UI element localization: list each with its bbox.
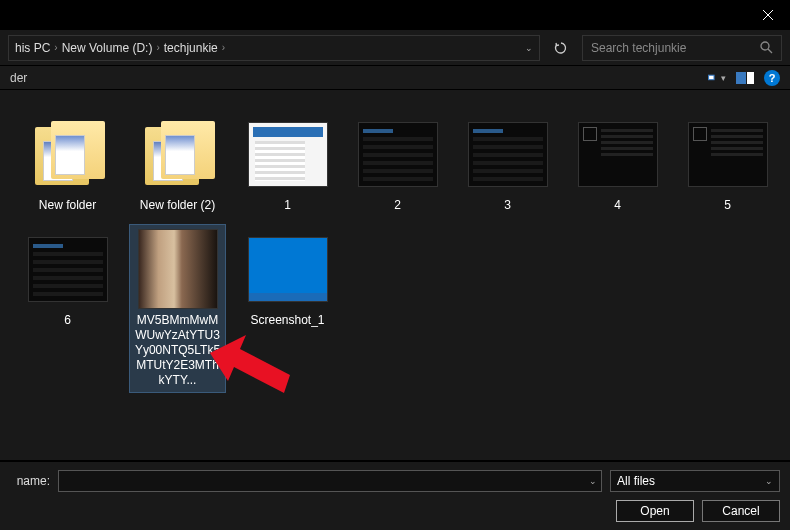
- image-item[interactable]: 5: [680, 110, 775, 217]
- svg-rect-4: [747, 72, 754, 84]
- chevron-down-icon: ▾: [721, 73, 726, 83]
- item-label: Screenshot_1: [250, 313, 324, 328]
- image-thumbnail: [138, 229, 218, 309]
- image-item[interactable]: MV5BMmMwMWUwYzAtYTU3Yy00NTQ5LTk5MTUtY2E3…: [130, 225, 225, 392]
- folder-item[interactable]: New folder (2): [130, 110, 225, 217]
- search-input[interactable]: Search techjunkie: [582, 35, 782, 61]
- chevron-right-icon: ›: [222, 42, 225, 53]
- folder-icon: [29, 119, 107, 189]
- file-list: New folder New folder (2) 1 2 3 4 5 6 MV…: [0, 90, 790, 460]
- filename-input[interactable]: ⌄: [58, 470, 602, 492]
- breadcrumb-part[interactable]: his PC: [15, 41, 50, 55]
- filetype-value: All files: [617, 474, 655, 488]
- chevron-down-icon[interactable]: ⌄: [525, 43, 533, 53]
- chevron-right-icon: ›: [156, 42, 159, 53]
- folder-item[interactable]: New folder: [20, 110, 115, 217]
- item-label: MV5BMmMwMWUwYzAtYTU3Yy00NTQ5LTk5MTUtY2E3…: [134, 313, 221, 388]
- search-icon: [760, 41, 773, 54]
- help-icon: ?: [769, 72, 776, 84]
- item-label: 2: [394, 198, 401, 213]
- image-thumbnail: [248, 122, 328, 187]
- view-options-button[interactable]: ▾: [708, 70, 726, 86]
- item-label: 6: [64, 313, 71, 328]
- chevron-right-icon: ›: [54, 42, 57, 53]
- image-item[interactable]: 1: [240, 110, 335, 217]
- image-item[interactable]: 6: [20, 225, 115, 392]
- item-label: New folder: [39, 198, 96, 213]
- image-thumbnail: [468, 122, 548, 187]
- breadcrumb[interactable]: his PC › New Volume (D:) › techjunkie › …: [8, 35, 540, 61]
- toolbar: der ▾ ?: [0, 66, 790, 90]
- image-item[interactable]: 4: [570, 110, 665, 217]
- item-label: 3: [504, 198, 511, 213]
- refresh-icon: [554, 41, 568, 55]
- image-thumbnail: [28, 237, 108, 302]
- svg-point-0: [761, 42, 769, 50]
- image-item[interactable]: 2: [350, 110, 445, 217]
- breadcrumb-part[interactable]: New Volume (D:): [62, 41, 153, 55]
- toolbar-left-label: der: [10, 71, 27, 85]
- bottom-bar: name: ⌄ All files ⌄ Open Cancel: [0, 461, 790, 530]
- item-label: 4: [614, 198, 621, 213]
- filename-label: name:: [10, 474, 50, 488]
- svg-rect-3: [736, 72, 746, 84]
- image-item[interactable]: Screenshot_1: [240, 225, 335, 392]
- image-item[interactable]: 3: [460, 110, 555, 217]
- folder-icon: [139, 119, 217, 189]
- open-button[interactable]: Open: [616, 500, 694, 522]
- cancel-button[interactable]: Cancel: [702, 500, 780, 522]
- item-label: New folder (2): [140, 198, 215, 213]
- image-thumbnail: [578, 122, 658, 187]
- image-thumbnail: [248, 237, 328, 302]
- chevron-down-icon[interactable]: ⌄: [589, 476, 597, 486]
- breadcrumb-part[interactable]: techjunkie: [164, 41, 218, 55]
- preview-pane-button[interactable]: [736, 70, 754, 86]
- search-placeholder: Search techjunkie: [591, 41, 686, 55]
- image-thumbnail: [688, 122, 768, 187]
- svg-rect-2: [709, 75, 713, 78]
- close-icon: [763, 10, 773, 20]
- close-button[interactable]: [745, 0, 790, 30]
- item-label: 1: [284, 198, 291, 213]
- navbar: his PC › New Volume (D:) › techjunkie › …: [0, 30, 790, 66]
- help-button[interactable]: ?: [764, 70, 780, 86]
- filetype-select[interactable]: All files ⌄: [610, 470, 780, 492]
- item-label: 5: [724, 198, 731, 213]
- refresh-button[interactable]: [546, 35, 576, 61]
- image-thumbnail: [358, 122, 438, 187]
- titlebar: [0, 0, 790, 30]
- chevron-down-icon: ⌄: [765, 476, 773, 486]
